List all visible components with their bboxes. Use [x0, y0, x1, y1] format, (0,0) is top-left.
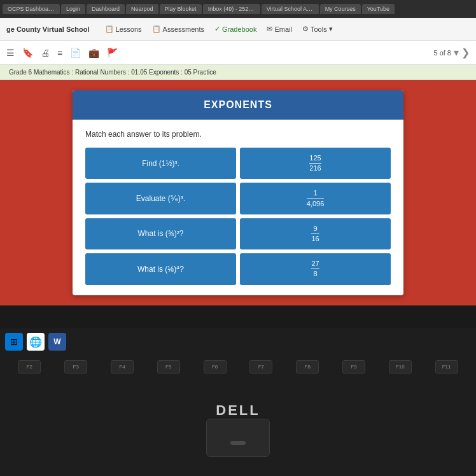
- chrome-icon[interactable]: 🌐: [27, 333, 45, 351]
- laptop-body: F2 F3 F4 F5 F6 F7 F8 F9 F10 F11 DELL: [0, 349, 476, 476]
- answer-3[interactable]: 9 16: [240, 218, 391, 249]
- nav-bar: ge County Virtual School 📋 Lessons 📋 Ass…: [0, 18, 476, 41]
- flag-icon[interactable]: 🚩: [107, 48, 118, 58]
- nav-email[interactable]: ✉ Email: [267, 25, 292, 33]
- breadcrumb: Grade 6 Mathematics : Rational Numbers :…: [0, 65, 476, 80]
- instruction: Match each answer to its problem.: [85, 130, 391, 139]
- windows-icon[interactable]: ⊞: [5, 333, 23, 351]
- fraction-2: 1 4,096: [307, 189, 325, 207]
- page-indicator: 5 of 8 ▾ ❯: [433, 46, 470, 59]
- f11-key[interactable]: F11: [435, 360, 458, 374]
- menu-icon[interactable]: ☰: [6, 48, 15, 58]
- answer-1[interactable]: 125 216: [240, 148, 391, 179]
- tab-ocps[interactable]: OCPS Dashboard -...: [3, 4, 60, 14]
- tab-nearpod[interactable]: Nearpod: [126, 4, 158, 14]
- f7-key[interactable]: F7: [249, 360, 272, 374]
- main-content: EXPONENTS Match each answer to its probl…: [0, 80, 476, 305]
- answer-2[interactable]: 1 4,096: [240, 183, 391, 214]
- f3-key[interactable]: F3: [64, 360, 87, 374]
- question-4[interactable]: What is (⅛)⁴?: [85, 253, 236, 284]
- toolbar: ☰ 🔖 🖨 ≡ 📄 💼 🚩 5 of 8 ▾ ❯: [0, 41, 476, 65]
- taskbar: ⊞ 🌐 W: [0, 328, 476, 355]
- tab-my-courses[interactable]: My Courses: [320, 4, 361, 14]
- f4-key[interactable]: F4: [111, 360, 134, 374]
- list-icon[interactable]: ≡: [57, 48, 62, 58]
- tab-blooket[interactable]: Play Blooket: [160, 4, 202, 14]
- answer-4[interactable]: 27 8: [240, 253, 391, 284]
- f2-key[interactable]: F2: [18, 360, 41, 374]
- f8-key[interactable]: F8: [296, 360, 319, 374]
- fraction-4: 27 8: [311, 260, 319, 278]
- trackpad-button[interactable]: [230, 441, 246, 445]
- prev-page-arrow[interactable]: ▾: [454, 46, 459, 59]
- nav-lessons[interactable]: 📋 Lessons: [105, 25, 142, 33]
- tab-inbox[interactable]: Inbox (49) - 252307...: [203, 4, 260, 14]
- nav-links: 📋 Lessons 📋 Assessments ✓ Gradebook ✉ Em…: [105, 25, 333, 33]
- laptop-keyboard: F2 F3 F4 F5 F6 F7 F8 F9 F10 F11 DELL: [0, 355, 476, 476]
- match-grid: Find (1½)³. 125 216 Evaluate (⁵⁄₆)³. 1: [85, 148, 391, 285]
- f5-key[interactable]: F5: [157, 360, 180, 374]
- f10-key[interactable]: F10: [389, 360, 412, 374]
- fraction-1: 125 216: [309, 154, 321, 172]
- trackpad[interactable]: [206, 419, 270, 457]
- nav-gradebook[interactable]: ✓ Gradebook: [214, 25, 256, 33]
- bookmark-icon[interactable]: 🔖: [22, 48, 33, 58]
- lesson-card: EXPONENTS Match each answer to its probl…: [73, 90, 403, 295]
- nav-tools[interactable]: ⚙ Tools ▾: [302, 25, 333, 33]
- tab-virtual-school[interactable]: Virtual School Admi...: [262, 4, 319, 14]
- question-3[interactable]: What is (¾)²?: [85, 218, 236, 249]
- question-2[interactable]: Evaluate (⁵⁄₆)³.: [85, 183, 236, 214]
- function-key-row: F2 F3 F4 F5 F6 F7 F8 F9 F10 F11: [0, 355, 476, 376]
- f6-key[interactable]: F6: [204, 360, 227, 374]
- print-icon[interactable]: 🖨: [41, 48, 50, 58]
- fraction-3: 9 16: [311, 225, 319, 243]
- lesson-title: EXPONENTS: [73, 90, 403, 120]
- dell-logo: DELL: [216, 402, 260, 419]
- lesson-body: Match each answer to its problem. Find (…: [73, 120, 403, 295]
- briefcase-icon[interactable]: 💼: [88, 48, 99, 58]
- school-logo: ge County Virtual School: [6, 25, 90, 33]
- tab-login[interactable]: Login: [61, 4, 85, 14]
- nav-assessments[interactable]: 📋 Assessments: [152, 25, 204, 33]
- tab-dashboard[interactable]: Dashboard: [87, 4, 125, 14]
- question-1[interactable]: Find (1½)³.: [85, 148, 236, 179]
- browser-tabs: OCPS Dashboard -... Login Dashboard Near…: [0, 0, 476, 18]
- word-icon[interactable]: W: [48, 333, 66, 351]
- f9-key[interactable]: F9: [342, 360, 365, 374]
- file-icon[interactable]: 📄: [70, 48, 81, 58]
- tab-youtube[interactable]: YouTube: [362, 4, 395, 14]
- next-page-arrow[interactable]: ❯: [461, 46, 470, 59]
